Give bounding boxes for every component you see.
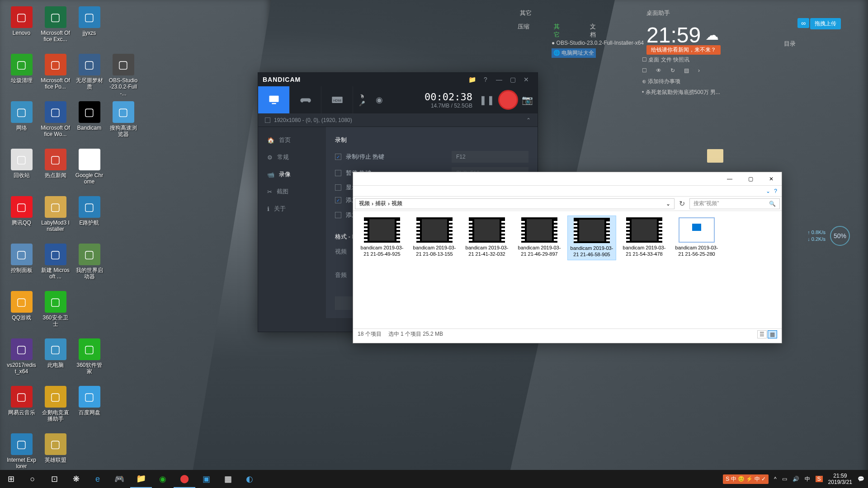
desktop-icon[interactable]: ▢网易云音乐 — [5, 384, 38, 432]
desktop-icon[interactable]: ▢Lenovo — [5, 5, 38, 52]
minimize-button[interactable]: — — [719, 172, 740, 186]
desktop-folder-icon[interactable] — [707, 149, 723, 163]
desktop-icon[interactable]: ▢企鹅电竞直播助手 — [38, 384, 72, 432]
task-view-button[interactable]: ⊡ — [43, 470, 65, 488]
desktop-icon[interactable]: ▢Microsoft Office Po... — [38, 52, 72, 99]
recording-size: 14.7MB / 52.5GB — [431, 103, 472, 109]
minimize-icon[interactable]: — — [492, 73, 506, 86]
file-item[interactable]: bandicam 2019-03-21 21-46-58-905 — [567, 216, 616, 260]
sidebar-item-1[interactable]: ⚙常规 — [258, 149, 326, 166]
desktop-icon[interactable]: ▢搜狗高速浏览器 — [106, 99, 140, 147]
file-item[interactable]: bandicam 2019-03-21 21-54-33-478 — [620, 216, 669, 260]
webcam-icon[interactable]: ◉ — [376, 95, 383, 105]
desktop-icon[interactable]: ▢LabyMod3 Installer — [38, 194, 72, 242]
sidebar-item-2[interactable]: 📹录像 — [258, 166, 326, 183]
taskbar-sogou[interactable]: ◐ — [239, 470, 260, 488]
screen-mode-tab[interactable] — [258, 86, 290, 113]
desktop-icon[interactable]: ▢OBS-Studio-23.0.2-Full-... — [106, 52, 140, 99]
taskbar-explorer[interactable]: 📁 — [130, 470, 152, 488]
start-button[interactable]: ⊞ — [0, 470, 22, 488]
desktop-icon[interactable]: ▢E路护航 — [72, 194, 106, 242]
checkbox-rec-hotkey[interactable] — [335, 154, 341, 160]
desktop-icon[interactable]: ▢vs2017redist_x64 — [5, 337, 38, 384]
desktop-icon[interactable]: ▢热点新闻 — [38, 147, 72, 194]
tray-s-icon[interactable]: S — [816, 476, 823, 482]
tray-orange-badge[interactable]: S 中 😊 ⚡ 中 ✓ — [723, 474, 769, 484]
desktop-icon[interactable]: ▢腾讯QQ — [5, 194, 38, 242]
desktop-icon[interactable]: ▢Google Chrome — [72, 147, 106, 194]
chevron-up-icon[interactable]: ⌃ — [526, 117, 531, 123]
notification-icon[interactable]: 💬 — [858, 476, 864, 482]
screenshot-button[interactable]: 📷 — [522, 94, 533, 105]
taskbar-app-4[interactable]: ▣ — [195, 470, 217, 488]
desktop-icon[interactable]: ▢网络 — [5, 99, 38, 147]
refresh-icon[interactable]: ↻ — [676, 199, 688, 208]
selection-info: 选中 1 个项目 25.2 MB — [388, 330, 443, 338]
cpu-usage-circle: 50% — [830, 226, 850, 246]
taskbar-app-3[interactable]: ◉ — [152, 470, 174, 488]
search-button[interactable]: ○ — [22, 470, 43, 488]
view-icons-icon[interactable]: ▦ — [768, 330, 777, 338]
desktop-icon[interactable]: ▢我的世界启动器 — [72, 242, 106, 289]
close-icon[interactable]: ✕ — [519, 73, 533, 86]
tray-chevron[interactable]: ^ — [774, 476, 777, 482]
mic-webcam-icons[interactable]: 🖱 🎤 — [353, 92, 371, 108]
region-checkbox[interactable] — [265, 117, 270, 123]
desktop-icon[interactable]: ▢控制面板 — [5, 242, 38, 289]
sidebar-item-4[interactable]: ℹ关于 — [258, 200, 326, 217]
desktop-icon[interactable]: ▢百度网盘 — [72, 384, 106, 432]
checkbox-webcam[interactable] — [335, 212, 341, 218]
file-item[interactable]: bandicam 2019-03-21 21-08-13-155 — [410, 216, 459, 260]
explorer-address-bar: 视频› 捕获› 视频 ⌄ ↻ 搜索"视频"🔍 — [353, 197, 782, 211]
close-button[interactable]: ✕ — [761, 172, 782, 186]
checkbox-cursor[interactable] — [335, 184, 341, 191]
file-item[interactable]: bandicam 2019-03-21 21-05-49-925 — [358, 216, 406, 260]
file-item[interactable]: bandicam 2019-03-21 21-46-29-897 — [515, 216, 564, 260]
maximize-icon[interactable]: ▢ — [506, 73, 519, 86]
desktop-icon[interactable]: ▢无尽噩梦材质 — [72, 52, 106, 99]
hotkey-field-rec[interactable]: F12 — [452, 151, 528, 163]
desktop-icon[interactable]: ▢回收站 — [5, 147, 38, 194]
taskbar-app-2[interactable]: 🎮 — [108, 470, 130, 488]
taskbar-clock[interactable]: 21:59 2019/3/21 — [828, 473, 852, 486]
folder-icon[interactable]: 📁 — [465, 73, 479, 86]
desktop-icon[interactable]: ▢Microsoft Office Wo... — [38, 99, 72, 147]
desktop-icon[interactable]: ▢垃圾清理 — [5, 52, 38, 99]
taskbar-app-5[interactable]: ▦ — [217, 470, 239, 488]
system-tray[interactable]: S 中 😊 ⚡ 中 ✓ ^ ▭ 🔊 中 S 21:59 2019/3/21 💬 — [723, 473, 868, 486]
file-item[interactable]: bandicam 2019-03-21 21-41-32-032 — [462, 216, 511, 260]
desktop-icon[interactable]: ▢Bandicam — [72, 99, 106, 147]
device-mode-tab[interactable]: HDMI — [321, 86, 353, 113]
upload-button[interactable]: 拖拽上传 — [810, 18, 841, 29]
breadcrumb[interactable]: 视频› 捕获› 视频 ⌄ — [355, 198, 675, 209]
view-details-icon[interactable]: ☰ — [757, 330, 767, 338]
desktop-icon[interactable]: ▢新建 Microsoft ... — [38, 242, 72, 289]
help-icon[interactable]: ? — [479, 73, 492, 86]
network-widget[interactable]: ↑ 0.8K/s ↓ 0.2K/s 50% — [807, 226, 850, 246]
taskbar-app-1[interactable]: ❋ — [65, 470, 87, 488]
tray-volume-icon[interactable]: 🔊 — [793, 476, 799, 482]
file-item[interactable]: bandicam 2019-03-21 21-56-25-280 — [672, 216, 721, 260]
tray-network-icon[interactable]: ▭ — [782, 476, 787, 482]
checkbox-click-effect[interactable] — [335, 197, 341, 203]
desktop-icon[interactable]: ▢此电脑 — [38, 337, 72, 384]
record-button[interactable] — [498, 90, 518, 110]
desktop-icon[interactable]: ▢360安全卫士 — [38, 289, 72, 337]
checkbox-pause-hotkey[interactable] — [335, 170, 341, 176]
taskbar-edge[interactable]: e — [87, 470, 108, 488]
desktop-icon[interactable]: ▢360软件管家 — [72, 337, 106, 384]
search-input[interactable]: 搜索"视频"🔍 — [689, 198, 780, 209]
tray-ime-icon[interactable]: 中 — [805, 475, 810, 483]
sidebar-item-3[interactable]: ✂截图 — [258, 183, 326, 200]
desktop-icon[interactable]: ▢jjyxzs — [72, 5, 106, 52]
desktop-icon[interactable]: ▢QQ游戏 — [5, 289, 38, 337]
game-mode-tab[interactable] — [290, 86, 321, 113]
region-info-bar[interactable]: 868x488 - (0, 0), (1920, 1080) ⌃ — [258, 113, 538, 127]
help-icon[interactable]: ? — [774, 188, 777, 194]
desktop-icon[interactable]: ▢Microsoft Office Exc... — [38, 5, 72, 52]
ribbon-expand[interactable]: ⌄ — [766, 188, 770, 194]
maximize-button[interactable]: ▢ — [740, 172, 761, 186]
pause-button[interactable]: ❚❚ — [479, 94, 495, 105]
sidebar-item-0[interactable]: 🏠首页 — [258, 131, 326, 149]
taskbar-bandicam[interactable]: ⬤ — [174, 470, 195, 488]
